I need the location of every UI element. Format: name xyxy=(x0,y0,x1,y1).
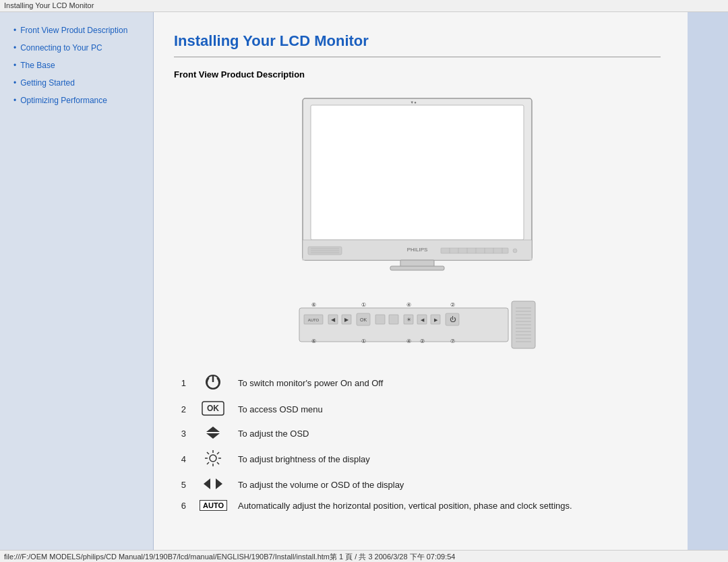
nav-item-0[interactable]: Front View Produt Description xyxy=(13,26,146,35)
nav-link-2[interactable]: The Base xyxy=(20,61,55,70)
nav-list: Front View Produt Description Connecting… xyxy=(13,26,146,105)
svg-rect-8 xyxy=(441,248,508,253)
title-bar-text: Installing Your LCD Monitor xyxy=(4,1,94,9)
nav-link-1[interactable]: Connecting to Your PC xyxy=(20,43,102,53)
svg-rect-29 xyxy=(375,315,385,324)
svg-text:⑥: ⑥ xyxy=(311,338,316,344)
svg-text:①: ① xyxy=(361,302,366,308)
svg-text:AUTO: AUTO xyxy=(308,318,320,322)
control-row-1: 1 To switch monitor's power On and Off xyxy=(174,369,661,397)
control-icon-2: OK xyxy=(194,397,233,422)
svg-text:⑦: ⑦ xyxy=(450,338,455,344)
control-row-4: 4 To adjust brightness o xyxy=(174,445,661,473)
control-desc-4: To adjust brightness of the display xyxy=(233,445,661,473)
page-title: Installing Your LCD Monitor xyxy=(174,32,661,50)
control-icon-5 xyxy=(194,473,233,497)
control-desc-2: To access OSD menu xyxy=(233,397,661,422)
control-desc-5: To adjust the volume or OSD of the displ… xyxy=(233,473,661,497)
control-desc-1: To switch monitor's power On and Off xyxy=(233,369,661,397)
brightness-icon xyxy=(204,449,222,468)
status-bar-text: file:///F:/OEM MODELS/philips/CD Manual/… xyxy=(4,553,455,561)
svg-marker-65 xyxy=(206,433,220,439)
control-icon-4 xyxy=(194,445,233,473)
power-icon xyxy=(204,373,222,392)
control-desc-6: Automatically adjust the horizontal posi… xyxy=(233,497,661,514)
ok-icon: OK xyxy=(201,400,225,416)
main-layout: Front View Produt Description Connecting… xyxy=(0,12,728,550)
control-icon-6: AUTO xyxy=(194,497,233,514)
control-num-6: 6 xyxy=(174,497,194,514)
svg-text:☀: ☀ xyxy=(406,317,411,323)
monitor-diagram: PHILIPS xyxy=(174,92,661,357)
nav-item-1[interactable]: Connecting to Your PC xyxy=(13,43,146,53)
svg-text:PHILIPS: PHILIPS xyxy=(407,247,428,253)
auto-badge: AUTO xyxy=(200,500,227,511)
lr-arrows-icon xyxy=(202,476,224,491)
svg-rect-30 xyxy=(389,315,398,324)
control-row-3: 3 To adjust the OSD xyxy=(174,422,661,445)
control-row-5: 5 To adjust the volume or OSD of the dis… xyxy=(174,473,661,497)
svg-line-72 xyxy=(217,462,219,464)
svg-marker-76 xyxy=(216,478,222,489)
monitor-control-detail: AUTO ◀ ▶ OK ☀ ◀ xyxy=(296,294,539,357)
svg-point-16 xyxy=(513,249,517,253)
svg-text:⏻: ⏻ xyxy=(450,316,456,323)
svg-marker-64 xyxy=(206,427,220,432)
control-desc-3: To adjust the OSD xyxy=(233,422,661,445)
svg-text:④: ④ xyxy=(406,302,411,308)
right-panel xyxy=(688,12,728,550)
center-panel: Installing Your LCD Monitor Front View P… xyxy=(154,12,688,550)
svg-rect-18 xyxy=(390,266,444,270)
nav-item-4[interactable]: Optimizing Performance xyxy=(13,96,146,105)
svg-text:OK: OK xyxy=(360,317,367,322)
monitor-front-view: PHILIPS xyxy=(296,92,539,289)
svg-text:▼●: ▼● xyxy=(410,100,417,104)
svg-text:◀: ◀ xyxy=(331,317,336,323)
status-bar: file:///F:/OEM MODELS/philips/CD Manual/… xyxy=(0,550,728,562)
nav-link-4[interactable]: Optimizing Performance xyxy=(20,96,107,105)
svg-marker-75 xyxy=(204,478,210,489)
control-num-5: 5 xyxy=(174,473,194,497)
control-icon-3 xyxy=(194,422,233,445)
controls-table: 1 To switch monitor's power On and Off 2 xyxy=(174,369,661,514)
svg-rect-20 xyxy=(299,308,508,342)
control-num-3: 3 xyxy=(174,422,194,445)
svg-text:OK: OK xyxy=(207,404,219,413)
control-num-1: 1 xyxy=(174,369,194,397)
control-icon-1 xyxy=(194,369,233,397)
svg-text:④: ④ xyxy=(406,338,411,344)
section-title: Front View Product Description xyxy=(174,69,661,80)
svg-text:②: ② xyxy=(420,338,425,344)
nav-item-2[interactable]: The Base xyxy=(13,61,146,70)
svg-line-74 xyxy=(207,462,209,464)
svg-rect-1 xyxy=(311,105,524,240)
title-bar: Installing Your LCD Monitor xyxy=(0,0,728,12)
svg-line-73 xyxy=(217,452,219,454)
control-num-4: 4 xyxy=(174,445,194,473)
control-row-6: 6 AUTO Automatically adjust the horizont… xyxy=(174,497,661,514)
svg-point-66 xyxy=(210,455,216,462)
left-panel: Front View Produt Description Connecting… xyxy=(0,12,154,550)
nav-link-3[interactable]: Getting Started xyxy=(20,78,75,88)
svg-text:⑥: ⑥ xyxy=(311,302,316,308)
svg-line-71 xyxy=(207,452,209,454)
arrows-icon xyxy=(202,425,224,440)
divider xyxy=(174,57,661,57)
svg-text:①: ① xyxy=(361,338,366,344)
nav-link-0[interactable]: Front View Produt Description xyxy=(20,26,127,35)
svg-text:▶: ▶ xyxy=(344,317,349,323)
control-num-2: 2 xyxy=(174,397,194,422)
nav-item-3[interactable]: Getting Started xyxy=(13,78,146,88)
svg-text:②: ② xyxy=(450,302,455,308)
control-row-2: 2 OK To access OSD menu xyxy=(174,397,661,422)
